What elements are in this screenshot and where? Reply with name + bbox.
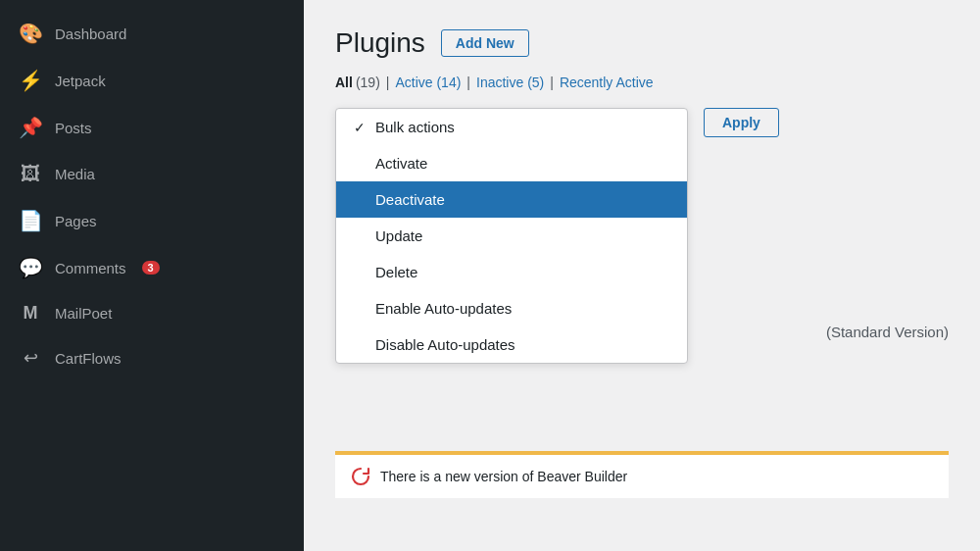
- filter-bar: All (19) | Active (14) | Inactive (5) | …: [335, 75, 949, 90]
- dropdown-item-bulk-actions[interactable]: ✓ Bulk actions: [336, 109, 687, 145]
- comments-badge: 3: [142, 261, 160, 275]
- dropdown-item-disable-auto-updates[interactable]: Disable Auto-updates: [336, 326, 687, 363]
- sidebar-item-label: CartFlows: [55, 350, 122, 367]
- sep1: |: [386, 75, 390, 90]
- main-content: Plugins Add New All (19) | Active (14) |…: [304, 0, 980, 551]
- sidebar-item-label: MailPoet: [55, 305, 112, 322]
- dropdown-item-label: Deactivate: [375, 191, 445, 208]
- sidebar-item-label: Jetpack: [55, 73, 106, 89]
- dropdown-item-deactivate[interactable]: Deactivate: [336, 181, 687, 218]
- comments-icon: 💬: [18, 256, 43, 279]
- update-icon: [351, 467, 370, 486]
- update-notice-row: There is a new version of Beaver Builder: [335, 451, 949, 498]
- dropdown-item-label: Update: [375, 227, 422, 244]
- sidebar-item-mailpoet[interactable]: M MailPoet: [0, 291, 304, 335]
- standard-version-label: (Standard Version): [826, 324, 949, 340]
- page-title: Plugins: [335, 27, 425, 59]
- mailpoet-icon: M: [18, 303, 43, 324]
- apply-button[interactable]: Apply: [704, 108, 779, 137]
- toolbar-row: ✓ Bulk actions Activate Deactivate Updat…: [335, 108, 949, 137]
- sidebar: 🎨 Dashboard ⚡ Jetpack 📌 Posts 🖼 Media 📄 …: [0, 0, 304, 551]
- add-new-button[interactable]: Add New: [441, 29, 529, 57]
- filter-inactive-link[interactable]: Inactive (5): [476, 75, 544, 90]
- page-header: Plugins Add New: [335, 27, 949, 59]
- sidebar-item-label: Comments: [55, 260, 126, 276]
- check-icon: ✓: [354, 120, 369, 135]
- sidebar-item-posts[interactable]: 📌 Posts: [0, 104, 304, 151]
- sidebar-item-label: Pages: [55, 213, 97, 229]
- sep3: |: [550, 75, 554, 90]
- dropdown-menu: ✓ Bulk actions Activate Deactivate Updat…: [335, 108, 688, 364]
- dropdown-item-enable-auto-updates[interactable]: Enable Auto-updates: [336, 290, 687, 326]
- sidebar-item-label: Posts: [55, 120, 92, 136]
- media-icon: 🖼: [18, 163, 43, 185]
- filter-active-link[interactable]: Active (14): [395, 75, 461, 90]
- update-notice-text: There is a new version of Beaver Builder: [380, 469, 627, 484]
- sidebar-item-label: Media: [55, 166, 95, 182]
- filter-recently-active-link[interactable]: Recently Active: [560, 75, 654, 90]
- dropdown-item-label: Disable Auto-updates: [375, 336, 515, 353]
- sidebar-item-jetpack[interactable]: ⚡ Jetpack: [0, 57, 304, 104]
- dropdown-item-delete[interactable]: Delete: [336, 254, 687, 290]
- sidebar-item-label: Dashboard: [55, 25, 126, 42]
- sidebar-item-cartflows[interactable]: ↩ CartFlows: [0, 335, 304, 380]
- sidebar-item-dashboard[interactable]: 🎨 Dashboard: [0, 10, 304, 57]
- pages-icon: 📄: [18, 209, 43, 232]
- sep2: |: [466, 75, 470, 90]
- cartflows-icon: ↩: [18, 347, 43, 369]
- posts-icon: 📌: [18, 116, 43, 139]
- sidebar-item-comments[interactable]: 💬 Comments 3: [0, 244, 304, 291]
- dropdown-item-activate[interactable]: Activate: [336, 145, 687, 181]
- sidebar-item-pages[interactable]: 📄 Pages: [0, 197, 304, 244]
- filter-all-label: All: [335, 75, 353, 90]
- dropdown-item-update[interactable]: Update: [336, 218, 687, 254]
- dropdown-item-label: Delete: [375, 264, 417, 280]
- dropdown-item-label: Enable Auto-updates: [375, 300, 512, 317]
- jetpack-icon: ⚡: [18, 69, 43, 92]
- dashboard-icon: 🎨: [18, 22, 43, 45]
- sidebar-item-media[interactable]: 🖼 Media: [0, 151, 304, 197]
- dropdown-item-label: Activate: [375, 155, 427, 172]
- dropdown-item-label: Bulk actions: [375, 119, 455, 135]
- filter-all-count: (19): [356, 75, 380, 90]
